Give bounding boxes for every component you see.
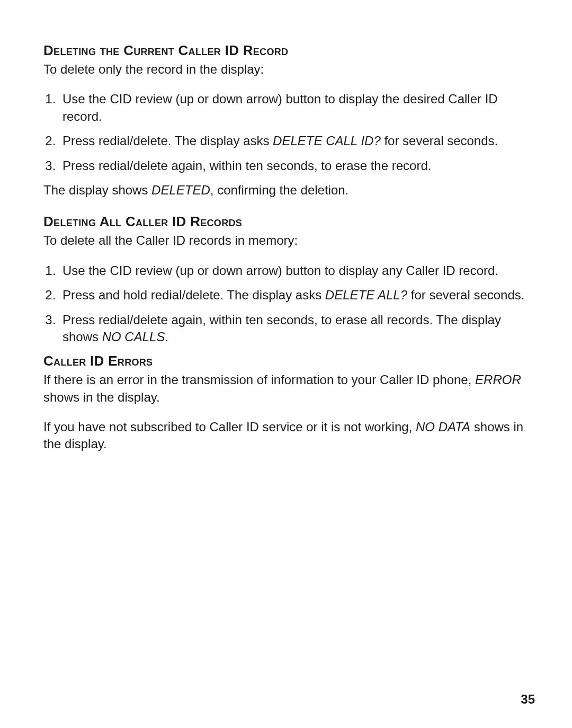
section-note: The display shows DELETED, confirming th…	[43, 182, 535, 199]
manual-page: Deleting the Current Caller ID Record To…	[0, 0, 572, 728]
section-heading: Deleting the Current Caller ID Record	[43, 42, 535, 59]
list-item: Press redial/delete again, within ten se…	[59, 157, 535, 174]
section-intro: To delete all the Caller ID records in m…	[43, 232, 535, 249]
list-item: Press redial/delete again, within ten se…	[59, 312, 535, 346]
section-heading: Caller ID Errors	[43, 353, 535, 369]
section-intro: To delete only the record in the display…	[43, 61, 535, 78]
italic-term: NO DATA	[416, 420, 470, 434]
step-list: Use the CID review (up or down arrow) bu…	[43, 91, 535, 174]
list-item: Press redial/delete. The display asks DE…	[59, 132, 535, 149]
italic-term: DELETE ALL?	[325, 288, 407, 302]
italic-term: DELETED	[151, 183, 210, 197]
list-item: Use the CID review (up or down arrow) bu…	[59, 91, 535, 125]
italic-term: NO CALLS	[102, 330, 165, 344]
section-paragraph: If you have not subscribed to Caller ID …	[43, 419, 535, 453]
list-item: Use the CID review (up or down arrow) bu…	[59, 262, 535, 279]
section-paragraph: If there is an error in the transmission…	[43, 371, 535, 406]
italic-term: ERROR	[475, 372, 521, 387]
list-item: Press and hold redial/delete. The displa…	[59, 287, 535, 304]
section-heading: Deleting All Caller ID Records	[43, 214, 535, 230]
step-list: Use the CID review (up or down arrow) bu…	[43, 262, 535, 346]
italic-term: DELETE CALL ID?	[273, 134, 381, 148]
page-number: 35	[521, 692, 535, 707]
